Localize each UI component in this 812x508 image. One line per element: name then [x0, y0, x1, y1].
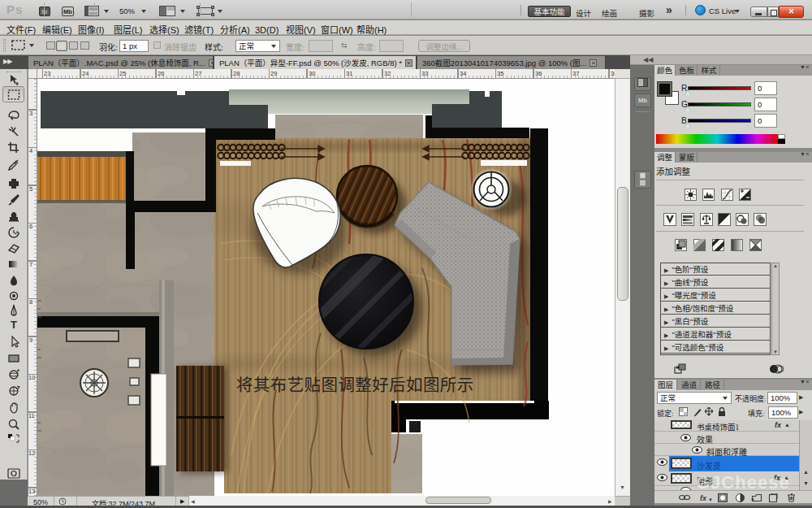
svg-text:fx: fx [700, 494, 707, 502]
svg-text:将其布艺贴图调整好后如图所示: 将其布艺贴图调整好后如图所示 [236, 371, 474, 396]
svg-text:▼: ▼ [708, 497, 713, 502]
